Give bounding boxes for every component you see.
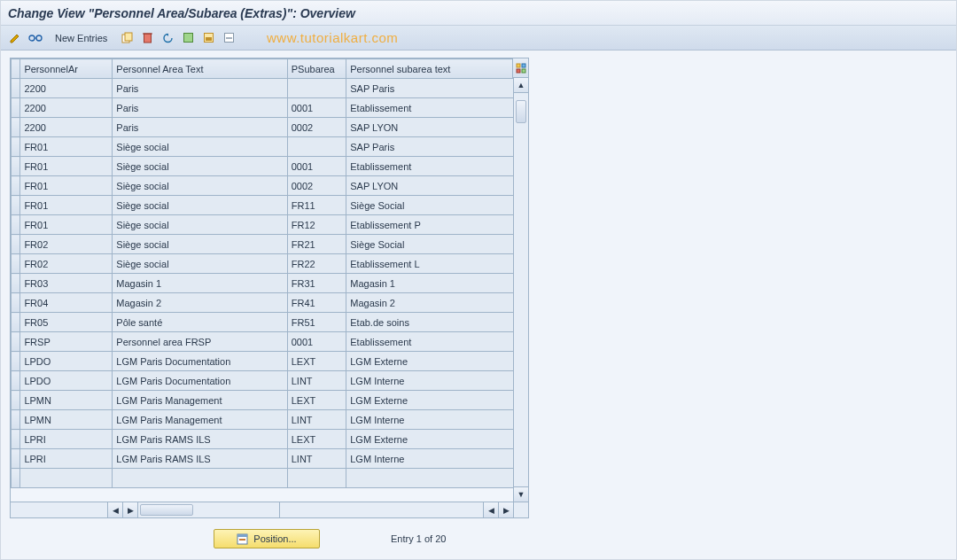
table-row[interactable]: LPRILGM Paris RAMS ILSLINTLGM Interne xyxy=(12,449,528,469)
cell-personnel-area[interactable]: 2200 xyxy=(20,98,113,118)
table-settings-icon[interactable] xyxy=(512,58,528,78)
cell-personnel-subarea-text[interactable]: Etablissement xyxy=(346,157,528,176)
cell-psubarea[interactable]: LEXT xyxy=(287,391,346,410)
cell-personnel-area-text[interactable]: Siège social xyxy=(113,215,287,235)
cell-personnel-area-text[interactable]: Magasin 1 xyxy=(113,274,287,293)
cell-personnel-subarea-text[interactable]: Etablissement xyxy=(346,98,528,118)
row-selector[interactable] xyxy=(12,410,20,430)
cell-personnel-area[interactable]: FR05 xyxy=(20,313,113,332)
cell-personnel-area-text[interactable]: LGM Paris RAMS ILS xyxy=(113,449,287,469)
cell-psubarea[interactable]: FR51 xyxy=(287,313,346,332)
cell-personnel-area-text[interactable]: LGM Paris Documentation xyxy=(113,352,287,371)
deselect-all-icon[interactable] xyxy=(220,29,237,47)
table-row[interactable]: 2200Paris0002SAP LYON xyxy=(12,118,528,137)
table-row[interactable]: FR03Magasin 1FR31Magasin 1 xyxy=(12,274,528,293)
cell-psubarea[interactable]: FR11 xyxy=(287,196,346,215)
cell-psubarea[interactable]: FR12 xyxy=(287,215,346,235)
scroll-left2-icon[interactable]: ◀ xyxy=(483,502,498,517)
hscroll-thumb[interactable] xyxy=(140,504,193,516)
cell-personnel-area[interactable]: LPRI xyxy=(20,430,113,449)
cell-personnel-subarea-text[interactable]: Magasin 1 xyxy=(346,274,528,293)
cell-personnel-area-text[interactable]: Siège social xyxy=(113,176,287,196)
cell-personnel-area[interactable]: 2200 xyxy=(20,118,113,137)
cell-personnel-subarea-text[interactable]: SAP Paris xyxy=(346,137,528,157)
cell-psubarea[interactable]: LINT xyxy=(287,371,346,391)
cell-personnel-subarea-text[interactable]: SAP LYON xyxy=(346,118,528,137)
table-row[interactable]: 2200ParisSAP Paris xyxy=(12,79,528,98)
row-selector[interactable] xyxy=(12,176,20,196)
cell-psubarea[interactable]: 0001 xyxy=(287,157,346,176)
cell-personnel-subarea-text[interactable]: SAP Paris xyxy=(346,79,528,98)
cell-psubarea[interactable]: FR22 xyxy=(287,254,346,274)
cell-personnel-area[interactable]: LPMN xyxy=(20,391,113,410)
cell-personnel-subarea-text[interactable]: Siège Social xyxy=(346,196,528,215)
cell-personnel-area-text[interactable]: LGM Paris Management xyxy=(113,410,287,430)
cell-personnel-area-text[interactable]: LGM Paris RAMS ILS xyxy=(113,430,287,449)
undo-change-icon[interactable] xyxy=(159,29,176,47)
table-row[interactable]: FR01Siège social0001Etablissement xyxy=(12,157,528,176)
table-row[interactable]: FR01Siège social0002SAP LYON xyxy=(12,176,528,196)
row-selector[interactable] xyxy=(12,254,20,274)
cell-personnel-area-text[interactable]: Siège social xyxy=(113,196,287,215)
cell-personnel-area-text[interactable]: Siège social xyxy=(113,157,287,176)
cell-personnel-area[interactable]: FRSP xyxy=(20,332,113,352)
scroll-down-icon[interactable]: ▼ xyxy=(514,486,528,502)
row-selector[interactable] xyxy=(12,79,20,98)
table-row[interactable]: FR01Siège socialFR11Siège Social xyxy=(12,196,528,215)
cell-psubarea[interactable]: FR21 xyxy=(287,235,346,254)
cell-psubarea[interactable] xyxy=(287,137,346,157)
cell-psubarea[interactable]: LINT xyxy=(287,449,346,469)
cell-personnel-subarea-text[interactable]: LGM Interne xyxy=(346,410,528,430)
table-row[interactable]: 2200Paris0001Etablissement xyxy=(12,98,528,118)
scroll-right-icon[interactable]: ▶ xyxy=(123,502,138,517)
cell-personnel-area-text[interactable]: Pôle santé xyxy=(113,313,287,332)
row-selector[interactable] xyxy=(12,98,20,118)
row-selector[interactable] xyxy=(12,313,20,332)
row-selector[interactable] xyxy=(12,371,20,391)
row-selector[interactable] xyxy=(12,118,20,137)
cell-personnel-subarea-text[interactable]: Etab.de soins xyxy=(346,313,528,332)
cell-psubarea[interactable]: FR41 xyxy=(287,293,346,313)
cell-personnel-subarea-text[interactable]: Etablissement xyxy=(346,332,528,352)
row-selector[interactable] xyxy=(12,430,20,449)
cell-personnel-area[interactable]: 2200 xyxy=(20,79,113,98)
table-row[interactable]: FRSPPersonnel area FRSP0001Etablissement xyxy=(12,332,528,352)
cell-personnel-subarea-text[interactable]: LGM Externe xyxy=(346,430,528,449)
cell-personnel-area[interactable]: LPMN xyxy=(20,410,113,430)
row-selector[interactable] xyxy=(12,137,20,157)
scroll-up-icon[interactable]: ▲ xyxy=(514,78,528,93)
row-selector-header[interactable] xyxy=(12,59,20,79)
cell-personnel-subarea-text[interactable]: Siège Social xyxy=(346,235,528,254)
cell-personnel-area[interactable]: FR03 xyxy=(20,274,113,293)
table-row[interactable]: FR04Magasin 2FR41Magasin 2 xyxy=(12,293,528,313)
cell-personnel-subarea-text[interactable]: Etablissement L xyxy=(346,254,528,274)
cell-personnel-area[interactable]: FR02 xyxy=(20,235,113,254)
cell-personnel-area-text[interactable]: LGM Paris Management xyxy=(113,391,287,410)
cell-psubarea[interactable]: FR31 xyxy=(287,274,346,293)
cell-personnel-area-text[interactable]: Personnel area FRSP xyxy=(113,332,287,352)
table-row[interactable]: LPDOLGM Paris DocumentationLINTLGM Inter… xyxy=(12,371,528,391)
table-row[interactable]: LPMNLGM Paris ManagementLEXTLGM Externe xyxy=(12,391,528,410)
cell-personnel-area-text[interactable]: Paris xyxy=(113,98,287,118)
cell-psubarea[interactable]: 0002 xyxy=(287,118,346,137)
col-psubarea[interactable]: PSubarea xyxy=(287,59,346,79)
scroll-thumb[interactable] xyxy=(516,100,526,123)
cell-personnel-area[interactable]: FR01 xyxy=(20,137,113,157)
cell-personnel-area[interactable]: LPRI xyxy=(20,449,113,469)
cell-personnel-area-text[interactable]: LGM Paris Documentation xyxy=(113,371,287,391)
copy-as-icon[interactable] xyxy=(118,29,136,47)
col-personnel-area-text[interactable]: Personnel Area Text xyxy=(113,59,287,79)
toggle-change-icon[interactable] xyxy=(6,29,24,47)
table-row[interactable]: FR02Siège socialFR21Siège Social xyxy=(12,235,528,254)
cell-personnel-subarea-text[interactable]: SAP LYON xyxy=(346,176,528,196)
cell-personnel-subarea-text[interactable]: LGM Interne xyxy=(346,371,528,391)
cell-psubarea[interactable]: 0001 xyxy=(287,98,346,118)
row-selector[interactable] xyxy=(12,215,20,235)
hscroll-track[interactable] xyxy=(138,502,280,517)
table-row[interactable]: LPDOLGM Paris DocumentationLEXTLGM Exter… xyxy=(12,352,528,371)
scroll-left-icon[interactable]: ◀ xyxy=(108,502,123,517)
cell-personnel-subarea-text[interactable]: LGM Interne xyxy=(346,449,528,469)
select-block-icon[interactable] xyxy=(199,29,217,47)
cell-personnel-area[interactable]: FR04 xyxy=(20,293,113,313)
vertical-scrollbar[interactable]: ▲ ▼ xyxy=(513,78,528,502)
